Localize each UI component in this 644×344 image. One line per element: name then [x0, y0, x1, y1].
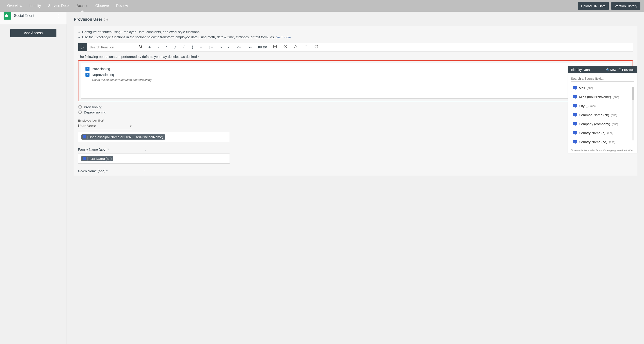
- svg-point-2: [139, 45, 142, 48]
- sidebar-app-row[interactable]: Social Talent ⋮: [0, 12, 66, 24]
- radio-dot-icon: [618, 68, 621, 71]
- employee-identifier-block: Employee Identifier* User Name ▼ User Pr…: [78, 119, 633, 142]
- gear-icon[interactable]: [311, 45, 322, 50]
- svg-rect-1: [6, 15, 7, 15]
- provisioning-label: Provisioning: [92, 67, 110, 71]
- collapse-icon: −: [78, 105, 82, 108]
- op-lt[interactable]: <: [225, 45, 234, 50]
- op-neq[interactable]: !=: [206, 45, 216, 50]
- tab-access[interactable]: Access: [73, 0, 92, 12]
- radio-new[interactable]: New: [606, 68, 616, 72]
- app-menu-icon[interactable]: ⋮: [55, 12, 63, 19]
- chevron-down-icon: ▼: [130, 125, 132, 127]
- svg-point-13: [316, 46, 317, 47]
- more-attributes-note: More attributes available, continue typi…: [568, 148, 637, 153]
- tab-overview[interactable]: Overview: [4, 0, 26, 12]
- employee-identifier-label: Employee Identifier*: [78, 119, 633, 122]
- collapse-icon: −: [78, 111, 82, 114]
- given-name-label: Given Name (abc) * :: [78, 169, 633, 173]
- config-bullet-2-text: Use the Excel-style functions in the too…: [82, 35, 275, 39]
- deprovisioning-checkbox-row[interactable]: ✓ Deprovisioning: [86, 72, 626, 78]
- employee-identifier-input[interactable]: User Principal Name or UPN (userPrincipa…: [78, 132, 230, 142]
- op-mult[interactable]: *: [162, 45, 171, 50]
- field-icon: [574, 86, 577, 90]
- tab-review[interactable]: Review: [113, 0, 132, 12]
- main-content: Provision User ? Configure attributes us…: [67, 12, 644, 344]
- svg-line-3: [141, 47, 142, 48]
- field-icon: [574, 122, 577, 126]
- prev-button[interactable]: PREV: [256, 46, 270, 49]
- source-field-search-input[interactable]: [571, 76, 634, 82]
- learn-more-link[interactable]: Learn more: [276, 36, 290, 39]
- scrollbar[interactable]: [632, 87, 634, 140]
- field-icon: [574, 104, 577, 108]
- source-field-list[interactable]: Mail (abc) Alias (mailNickName) (abc) Ci…: [571, 84, 634, 146]
- fx-icon: fx: [78, 43, 87, 51]
- field-icon: [83, 135, 86, 138]
- field-icon: [83, 157, 86, 160]
- calc-icon[interactable]: [270, 45, 280, 50]
- fx-operators: + - * / ( ) = != > < <= >= PREV: [145, 45, 322, 50]
- field-item-company[interactable]: Company (company) (abc): [571, 120, 634, 128]
- fx-search-wrap: [87, 43, 145, 51]
- field-item-alias[interactable]: Alias (mailNickName) (abc): [571, 93, 634, 101]
- add-access-button[interactable]: Add Access: [10, 29, 56, 37]
- op-plus[interactable]: +: [145, 45, 154, 50]
- chip-label: Last Name (sn): [87, 157, 112, 160]
- op-eq[interactable]: =: [197, 45, 206, 50]
- version-history-button[interactable]: Version History: [612, 2, 640, 10]
- op-lte[interactable]: <=: [234, 45, 244, 50]
- radio-previous[interactable]: Previous: [618, 68, 634, 72]
- employee-identifier-select[interactable]: User Name ▼: [78, 123, 132, 129]
- op-minus[interactable]: -: [154, 45, 162, 50]
- collapse-prov-label: Provisioning: [84, 105, 102, 109]
- function-toolbar: fx + - * / ( ) = != > <: [78, 43, 633, 52]
- provisioning-checkbox-row[interactable]: ✓ Provisioning: [86, 66, 626, 72]
- family-name-input[interactable]: Last Name (sn): [78, 153, 230, 164]
- chip-last-name[interactable]: Last Name (sn): [82, 156, 113, 161]
- provisioning-checkbox[interactable]: ✓: [86, 67, 90, 71]
- collapse-deprovisioning[interactable]: − Deprovisioning: [78, 110, 633, 115]
- field-icon: [574, 131, 577, 135]
- search-function-input[interactable]: [87, 45, 136, 49]
- field-icon: [574, 140, 577, 144]
- page-title-text: Provision User: [74, 17, 102, 22]
- config-bullet-2: Use the Excel-style functions in the too…: [82, 35, 633, 40]
- deprovisioning-checkbox[interactable]: ✓: [86, 73, 90, 77]
- app-name-label: Social Talent: [14, 14, 55, 18]
- op-gt[interactable]: >: [216, 45, 225, 50]
- deprovisioning-label: Deprovisioning: [92, 73, 114, 77]
- identity-panel-body: Mail (abc) Alias (mailNickName) (abc) Ci…: [568, 73, 637, 148]
- op-rparen[interactable]: ): [188, 45, 197, 50]
- collapse-provisioning[interactable]: − Provisioning: [78, 104, 633, 110]
- svg-point-10: [306, 45, 306, 46]
- op-lparen[interactable]: (: [180, 45, 188, 50]
- svg-rect-0: [6, 15, 8, 17]
- chip-user-principal-name[interactable]: User Principal Name or UPN (userPrincipa…: [82, 134, 165, 140]
- config-panel: Configure attributes using Employee Data…: [74, 26, 637, 176]
- field-item-cn[interactable]: Common Name (cn) (abc): [571, 111, 634, 119]
- field-item-mail[interactable]: Mail (abc): [571, 84, 634, 92]
- info-icon[interactable]: [301, 45, 311, 50]
- sidebar: Social Talent ⋮ Add Access: [0, 12, 67, 344]
- field-item-city[interactable]: City (l) (abc): [571, 102, 634, 110]
- op-div[interactable]: /: [171, 45, 180, 50]
- op-gte[interactable]: >=: [244, 45, 255, 50]
- field-icon: [574, 95, 577, 99]
- employee-identifier-value: User Name: [78, 124, 96, 128]
- identity-panel-header: Identity Data New Previous: [568, 66, 637, 73]
- tab-identity[interactable]: Identity: [26, 0, 45, 12]
- config-instructions: Configure attributes using Employee Data…: [82, 29, 633, 40]
- tab-observe[interactable]: Observe: [92, 0, 112, 12]
- nav-tabs: Overview Identity Service Desk Access Ob…: [4, 0, 132, 12]
- operations-intro: The following operations are performed b…: [78, 55, 633, 59]
- upload-hr-data-button[interactable]: Upload HR Data: [578, 2, 609, 10]
- field-item-country-co[interactable]: Country Name (co) (abc): [571, 138, 634, 146]
- search-icon[interactable]: [136, 45, 145, 50]
- field-item-country-c[interactable]: Country Name (c) (abc): [571, 129, 634, 137]
- tab-service-desk[interactable]: Service Desk: [44, 0, 73, 12]
- help-icon[interactable]: ?: [104, 18, 108, 21]
- text-icon[interactable]: [290, 45, 301, 50]
- operations-highlight-box: ✓ Provisioning ✓ Deprovisioning Users wi…: [78, 60, 633, 101]
- clock-icon[interactable]: [280, 45, 290, 50]
